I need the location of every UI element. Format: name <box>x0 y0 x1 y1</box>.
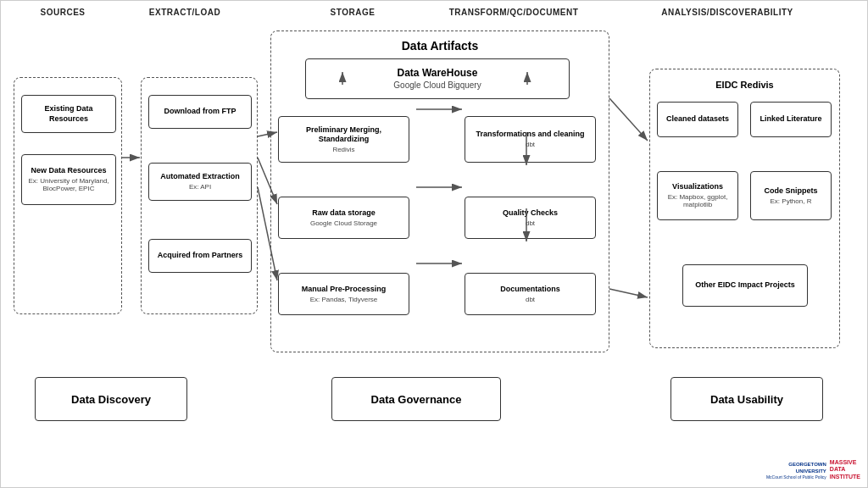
quality-checks-box: Quality Checks dbt <box>465 197 596 239</box>
code-snippets-box: Code Snippets Ex: Python, R <box>750 171 832 220</box>
data-artifacts-dashed-box: Data Artifacts Data WareHouse Google Clo… <box>270 30 609 352</box>
automated-extraction-box: Automated Extraction Ex: API <box>148 163 252 201</box>
svg-line-13 <box>609 98 648 141</box>
documentations-box: Documentations dbt <box>465 273 596 315</box>
raw-storage-box: Raw data storage Google Cloud Storage <box>278 197 409 239</box>
data-artifacts-label: Data Artifacts <box>271 38 609 53</box>
new-resources-box: New Data Resources Ex: University of Mar… <box>21 154 116 205</box>
header-analysis: ANALYSIS/DISCOVERABILITY <box>647 8 808 17</box>
diagram: SOURCES EXTRACT/LOAD STORAGE TRANSFORM/Q… <box>0 0 868 488</box>
prelim-merging-box: Preliminary Merging, Standardizing Rediv… <box>278 116 409 163</box>
visualizations-box: Visualizations Ex: Mapbox, ggplot, matpl… <box>657 171 738 220</box>
eidc-label: EIDC Redivis <box>650 76 839 92</box>
georgetown-logo: GEORGETOWNUNIVERSITYMcCourt School of Pu… <box>766 462 826 480</box>
sources-dashed-box: Existing Data Resources New Data Resourc… <box>14 77 122 314</box>
cleaned-datasets-box: Cleaned datasets <box>657 102 738 137</box>
existing-resources-box: Existing Data Resources <box>21 95 116 133</box>
header-transform: TRANSFORM/QC/DOCUMENT <box>442 8 586 17</box>
linked-literature-box: Linked Literature <box>750 102 832 137</box>
header-extract: EXTRACT/LOAD <box>138 8 231 17</box>
extract-dashed-box: Download from FTP Automated Extraction E… <box>141 77 258 314</box>
data-discovery-box: Data Discovery <box>35 377 187 421</box>
manual-pre-box: Manual Pre-Processing Ex: Pandas, Tidyve… <box>278 273 409 315</box>
data-usability-box: Data Usability <box>670 377 823 421</box>
transformations-box: Transformations and cleaning dbt <box>465 116 596 163</box>
data-warehouse-box: Data WareHouse Google Cloud Bigquery <box>305 58 570 99</box>
svg-line-14 <box>609 289 648 297</box>
header-storage: STORAGE <box>285 8 420 17</box>
download-ftp-box: Download from FTP <box>148 95 252 129</box>
data-governance-box: Data Governance <box>331 377 501 421</box>
logo-area: GEORGETOWNUNIVERSITYMcCourt School of Pu… <box>766 459 860 480</box>
mdi-logo: MASSIVEDATAINSTITUTE <box>830 459 860 480</box>
other-eidc-box: Other EIDC Impact Projects <box>682 264 808 307</box>
header-sources: SOURCES <box>16 8 109 17</box>
eidc-dashed-box: EIDC Redivis Cleaned datasets Linked Lit… <box>649 69 840 348</box>
acquired-partners-box: Acquired from Partners <box>148 239 252 273</box>
